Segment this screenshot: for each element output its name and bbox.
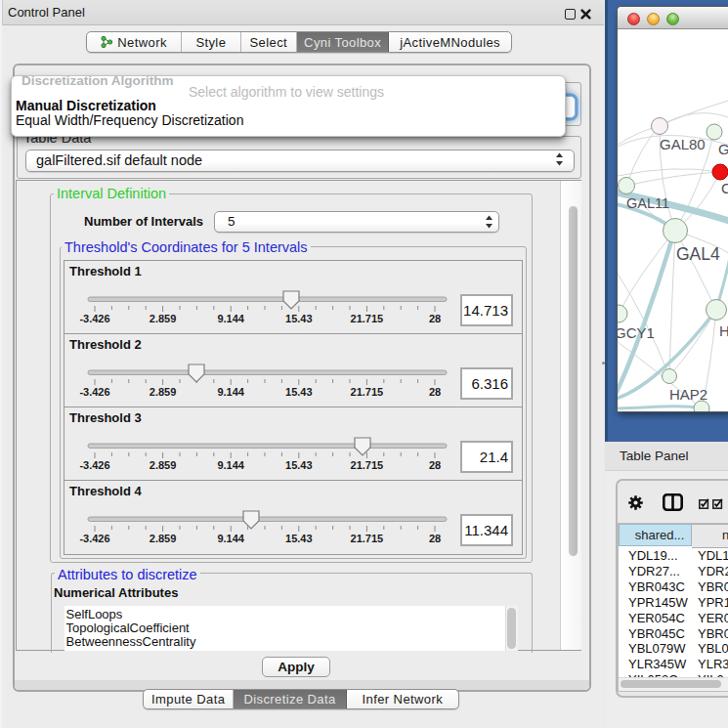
- svg-text:28: 28: [429, 313, 441, 324]
- svg-text:2.859: 2.859: [150, 533, 177, 544]
- svg-text:2.859: 2.859: [150, 386, 177, 398]
- svg-text:HIS: HIS: [719, 322, 728, 339]
- svg-text:21.715: 21.715: [351, 313, 384, 324]
- svg-text:HAP2: HAP2: [669, 386, 707, 403]
- svg-text:-3.426: -3.426: [79, 533, 109, 544]
- svg-text:21.715: 21.715: [351, 533, 384, 544]
- svg-text:-3.426: -3.426: [79, 313, 109, 324]
- svg-text:9.144: 9.144: [217, 459, 244, 471]
- svg-text:-3.426: -3.426: [79, 386, 109, 398]
- svg-text:28: 28: [429, 386, 441, 398]
- svg-text:15.43: 15.43: [285, 533, 313, 544]
- svg-text:28: 28: [429, 459, 441, 471]
- svg-text:GCY1: GCY1: [618, 324, 655, 341]
- svg-text:GAL11: GAL11: [626, 195, 669, 211]
- svg-text:9.144: 9.144: [217, 313, 244, 324]
- svg-text:15.43: 15.43: [285, 386, 313, 398]
- svg-text:GAL80: GAL80: [660, 136, 706, 152]
- svg-text:-3.426: -3.426: [79, 459, 109, 471]
- svg-text:9.144: 9.144: [217, 533, 244, 544]
- svg-text:15.43: 15.43: [285, 313, 313, 324]
- svg-text:21.715: 21.715: [351, 459, 384, 471]
- svg-text:21.715: 21.715: [351, 386, 384, 398]
- svg-text:GAL3: GAL3: [718, 141, 728, 157]
- svg-text:2.859: 2.859: [150, 459, 177, 471]
- svg-text:15.43: 15.43: [285, 459, 313, 471]
- svg-text:2.859: 2.859: [150, 313, 177, 324]
- svg-text:28: 28: [429, 533, 441, 544]
- svg-text:9.144: 9.144: [217, 386, 244, 398]
- svg-text:GAL4: GAL4: [676, 244, 720, 264]
- svg-text:CDC: CDC: [721, 180, 728, 196]
